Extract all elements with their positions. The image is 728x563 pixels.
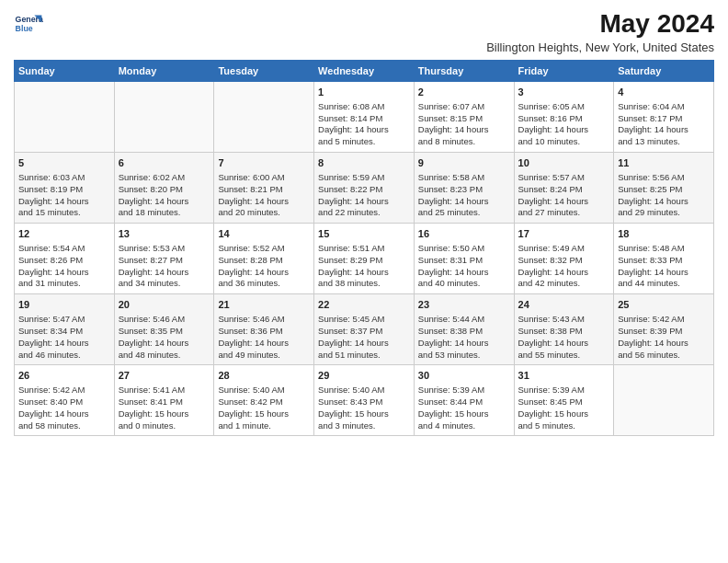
day-info: Sunrise: 5:56 AM Sunset: 8:25 PM Dayligh… <box>618 172 710 219</box>
calendar-cell: 14Sunrise: 5:52 AM Sunset: 8:28 PM Dayli… <box>214 224 314 294</box>
calendar-cell: 11Sunrise: 5:56 AM Sunset: 8:25 PM Dayli… <box>614 153 714 224</box>
calendar-cell: 3Sunrise: 6:05 AM Sunset: 8:16 PM Daylig… <box>514 82 614 153</box>
day-number: 21 <box>218 298 310 312</box>
day-info: Sunrise: 6:05 AM Sunset: 8:16 PM Dayligh… <box>518 101 610 148</box>
day-number: 22 <box>318 298 410 312</box>
weekday-header-saturday: Saturday <box>614 61 714 82</box>
calendar-cell: 22Sunrise: 5:45 AM Sunset: 8:37 PM Dayli… <box>314 294 415 365</box>
day-info: Sunrise: 6:03 AM Sunset: 8:19 PM Dayligh… <box>18 172 110 219</box>
day-info: Sunrise: 6:00 AM Sunset: 8:21 PM Dayligh… <box>218 172 310 219</box>
calendar-cell: 16Sunrise: 5:50 AM Sunset: 8:31 PM Dayli… <box>414 224 514 294</box>
day-info: Sunrise: 5:58 AM Sunset: 8:23 PM Dayligh… <box>418 172 510 219</box>
day-info: Sunrise: 6:08 AM Sunset: 8:14 PM Dayligh… <box>318 101 410 148</box>
day-info: Sunrise: 5:57 AM Sunset: 8:24 PM Dayligh… <box>518 172 610 219</box>
day-number: 26 <box>18 369 110 383</box>
calendar-cell: 13Sunrise: 5:53 AM Sunset: 8:27 PM Dayli… <box>114 224 214 294</box>
calendar-cell: 24Sunrise: 5:43 AM Sunset: 8:38 PM Dayli… <box>514 294 614 365</box>
calendar-week-row: 12Sunrise: 5:54 AM Sunset: 8:26 PM Dayli… <box>15 224 714 294</box>
title-block: May 2024 Billington Heights, New York, U… <box>486 9 714 54</box>
calendar-cell: 15Sunrise: 5:51 AM Sunset: 8:29 PM Dayli… <box>314 224 415 294</box>
calendar-cell: 19Sunrise: 5:47 AM Sunset: 8:34 PM Dayli… <box>15 294 115 365</box>
calendar-week-row: 19Sunrise: 5:47 AM Sunset: 8:34 PM Dayli… <box>15 294 714 365</box>
calendar-cell: 21Sunrise: 5:46 AM Sunset: 8:36 PM Dayli… <box>214 294 314 365</box>
calendar-cell: 31Sunrise: 5:39 AM Sunset: 8:45 PM Dayli… <box>514 365 614 436</box>
weekday-header-friday: Friday <box>514 61 614 82</box>
day-number: 12 <box>18 227 110 241</box>
main-title: May 2024 <box>486 9 714 39</box>
weekday-header-sunday: Sunday <box>15 61 115 82</box>
day-number: 9 <box>418 156 510 170</box>
day-info: Sunrise: 5:42 AM Sunset: 8:39 PM Dayligh… <box>618 314 710 361</box>
day-info: Sunrise: 5:51 AM Sunset: 8:29 PM Dayligh… <box>318 243 410 290</box>
general-blue-logo-icon: General Blue <box>14 9 43 39</box>
day-number: 5 <box>18 156 110 170</box>
calendar-cell <box>614 365 714 436</box>
calendar-cell: 1Sunrise: 6:08 AM Sunset: 8:14 PM Daylig… <box>314 82 415 153</box>
calendar-cell: 27Sunrise: 5:41 AM Sunset: 8:41 PM Dayli… <box>114 365 214 436</box>
calendar-cell <box>214 82 314 153</box>
day-info: Sunrise: 5:39 AM Sunset: 8:44 PM Dayligh… <box>418 385 510 431</box>
day-number: 13 <box>119 227 210 241</box>
calendar-cell: 17Sunrise: 5:49 AM Sunset: 8:32 PM Dayli… <box>514 224 614 294</box>
calendar-week-row: 1Sunrise: 6:08 AM Sunset: 8:14 PM Daylig… <box>15 82 714 153</box>
weekday-header-thursday: Thursday <box>414 61 514 82</box>
day-info: Sunrise: 5:46 AM Sunset: 8:36 PM Dayligh… <box>218 314 310 361</box>
calendar-cell: 20Sunrise: 5:46 AM Sunset: 8:35 PM Dayli… <box>114 294 214 365</box>
weekday-header-monday: Monday <box>114 61 214 82</box>
day-info: Sunrise: 6:04 AM Sunset: 8:17 PM Dayligh… <box>618 101 710 148</box>
calendar-week-row: 26Sunrise: 5:42 AM Sunset: 8:40 PM Dayli… <box>15 365 714 436</box>
day-info: Sunrise: 5:48 AM Sunset: 8:33 PM Dayligh… <box>618 243 710 290</box>
day-number: 10 <box>518 156 610 170</box>
calendar-table: SundayMondayTuesdayWednesdayThursdayFrid… <box>14 60 714 436</box>
calendar-cell <box>114 82 214 153</box>
day-info: Sunrise: 5:39 AM Sunset: 8:45 PM Dayligh… <box>518 385 610 431</box>
calendar-cell: 12Sunrise: 5:54 AM Sunset: 8:26 PM Dayli… <box>15 224 115 294</box>
day-number: 18 <box>618 227 710 241</box>
day-number: 24 <box>518 298 610 312</box>
day-number: 3 <box>518 86 610 99</box>
day-number: 14 <box>218 227 310 241</box>
header: General Blue May 2024 Billington Heights… <box>14 9 714 54</box>
day-info: Sunrise: 5:52 AM Sunset: 8:28 PM Dayligh… <box>218 243 310 290</box>
calendar-cell: 26Sunrise: 5:42 AM Sunset: 8:40 PM Dayli… <box>15 365 115 436</box>
day-number: 25 <box>618 298 710 312</box>
weekday-header-tuesday: Tuesday <box>214 61 314 82</box>
day-info: Sunrise: 5:53 AM Sunset: 8:27 PM Dayligh… <box>119 243 210 290</box>
calendar-week-row: 5Sunrise: 6:03 AM Sunset: 8:19 PM Daylig… <box>15 153 714 224</box>
subtitle: Billington Heights, New York, United Sta… <box>486 40 714 54</box>
day-info: Sunrise: 5:40 AM Sunset: 8:42 PM Dayligh… <box>218 385 310 431</box>
day-number: 4 <box>618 86 710 99</box>
day-info: Sunrise: 5:54 AM Sunset: 8:26 PM Dayligh… <box>18 243 110 290</box>
day-info: Sunrise: 5:59 AM Sunset: 8:22 PM Dayligh… <box>318 172 410 219</box>
day-number: 7 <box>218 156 310 170</box>
day-number: 19 <box>18 298 110 312</box>
day-number: 27 <box>119 369 210 383</box>
day-info: Sunrise: 6:02 AM Sunset: 8:20 PM Dayligh… <box>119 172 210 219</box>
day-number: 1 <box>318 86 410 99</box>
calendar-cell: 7Sunrise: 6:00 AM Sunset: 8:21 PM Daylig… <box>214 153 314 224</box>
calendar-cell: 4Sunrise: 6:04 AM Sunset: 8:17 PM Daylig… <box>614 82 714 153</box>
calendar-cell: 18Sunrise: 5:48 AM Sunset: 8:33 PM Dayli… <box>614 224 714 294</box>
day-number: 8 <box>318 156 410 170</box>
day-number: 11 <box>618 156 710 170</box>
day-number: 17 <box>518 227 610 241</box>
calendar-cell: 28Sunrise: 5:40 AM Sunset: 8:42 PM Dayli… <box>214 365 314 436</box>
day-number: 20 <box>119 298 210 312</box>
calendar-cell: 25Sunrise: 5:42 AM Sunset: 8:39 PM Dayli… <box>614 294 714 365</box>
day-info: Sunrise: 5:44 AM Sunset: 8:38 PM Dayligh… <box>418 314 510 361</box>
day-info: Sunrise: 5:41 AM Sunset: 8:41 PM Dayligh… <box>119 385 210 431</box>
calendar-cell: 30Sunrise: 5:39 AM Sunset: 8:44 PM Dayli… <box>414 365 514 436</box>
logo: General Blue <box>14 9 43 39</box>
svg-text:Blue: Blue <box>16 24 33 33</box>
day-number: 16 <box>418 227 510 241</box>
day-number: 6 <box>119 156 210 170</box>
weekday-header-wednesday: Wednesday <box>314 61 415 82</box>
day-number: 2 <box>418 86 510 99</box>
weekday-header-row: SundayMondayTuesdayWednesdayThursdayFrid… <box>15 61 714 82</box>
day-info: Sunrise: 5:40 AM Sunset: 8:43 PM Dayligh… <box>318 385 410 431</box>
calendar-cell: 8Sunrise: 5:59 AM Sunset: 8:22 PM Daylig… <box>314 153 415 224</box>
day-info: Sunrise: 5:50 AM Sunset: 8:31 PM Dayligh… <box>418 243 510 290</box>
calendar-cell: 5Sunrise: 6:03 AM Sunset: 8:19 PM Daylig… <box>15 153 115 224</box>
calendar-cell: 10Sunrise: 5:57 AM Sunset: 8:24 PM Dayli… <box>514 153 614 224</box>
day-info: Sunrise: 5:46 AM Sunset: 8:35 PM Dayligh… <box>119 314 210 361</box>
